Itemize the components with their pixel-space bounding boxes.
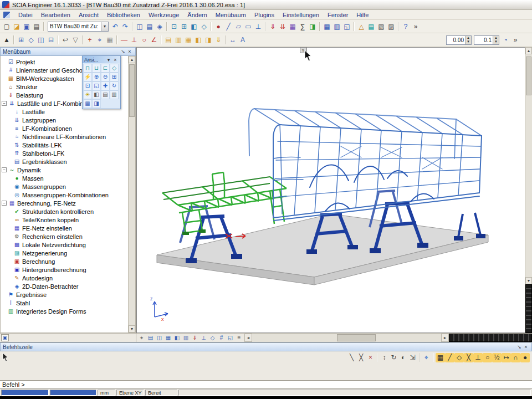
snap-endpoint-icon[interactable]: ╱ [445, 353, 454, 362]
viewport-vscroll-track[interactable] [525, 54, 532, 277]
rotate-icon[interactable]: ↻ [389, 353, 398, 362]
scroll-thumb[interactable] [129, 64, 135, 117]
view-side-icon[interactable]: ⊏ [101, 64, 110, 73]
load-panel-icon[interactable]: ◧ [193, 35, 203, 45]
scroll-up-icon[interactable]: ▲ [525, 47, 532, 54]
chevron-down-icon[interactable]: ▾ [101, 22, 108, 31]
table-input-icon[interactable]: ▦ [322, 22, 332, 32]
model-scene[interactable]: x z [136, 47, 525, 333]
tree-expander-icon[interactable]: − [2, 167, 7, 172]
menu-menuebaum[interactable]: Menübaum [216, 12, 246, 18]
zoom-all-icon[interactable]: ⊡ [83, 81, 92, 90]
point-load-icon[interactable]: ⇓ [268, 22, 278, 32]
zoom-window-icon[interactable]: ⊞ [179, 22, 189, 32]
menu-bearbeiten[interactable]: Bearbeiten [41, 12, 70, 18]
image-gallery-icon[interactable]: ◱ [342, 22, 352, 32]
menu-einstellungen[interactable]: Einstellungen [283, 12, 319, 18]
menu-werkzeuge[interactable]: Werkzeuge [149, 12, 179, 18]
tree-item-nichtlineare-lfk[interactable]: ≈ Nichtlineare LF-Kombinationen [1, 132, 128, 141]
select-window-icon[interactable]: ⊞ [16, 35, 26, 45]
snap-node-icon[interactable]: ● [520, 353, 530, 362]
tree-expander-icon[interactable]: − [2, 201, 7, 206]
perpendicular-icon[interactable]: ⊥ [129, 35, 139, 45]
tree-item-autodesign[interactable]: ✎ Autodesign [1, 274, 128, 282]
display-params-icon[interactable]: ≡ [235, 334, 243, 342]
tree-item-stahlbeton-lfk[interactable]: ⇈ Stahlbeton-LFK [1, 149, 128, 157]
tree-item-massen[interactable]: ● Massen [1, 174, 128, 182]
scroll-down-icon[interactable]: ▼ [129, 325, 135, 332]
rotate-view-icon[interactable]: ↻ [110, 81, 119, 90]
select-workplane-icon[interactable]: ◫ [36, 35, 46, 45]
view-axo-icon[interactable]: ◇ [110, 64, 119, 73]
render-icon[interactable]: ◧ [92, 90, 101, 99]
scroll-down-icon[interactable]: ▼ [525, 277, 532, 284]
palette-header[interactable]: Ansi... ▾ × [83, 56, 120, 63]
zoom-factor-icon[interactable]: ◔ [500, 35, 510, 45]
tree-item-strukturdaten[interactable]: ✔ Strukturdaten kontrollieren [1, 207, 128, 216]
print-icon[interactable]: ▤ [32, 22, 42, 32]
bim-toolbox-icon[interactable]: △ [356, 22, 366, 32]
snap-midpoint-icon[interactable]: ◇ [454, 353, 464, 362]
tree-item-lf-kombinationen[interactable]: ≡ LF-Kombinationen [1, 124, 128, 132]
select-polygon-icon[interactable]: ◇ [26, 35, 36, 45]
light-icon[interactable]: ☀ [83, 90, 92, 99]
model-display-icon[interactable]: ◇ [208, 334, 217, 342]
view-settings-icon[interactable]: ▦ [83, 99, 92, 108]
tree-scrollbar[interactable]: ▲ ▼ [128, 56, 135, 332]
tree-item-stabilitaets-lfk[interactable]: ⇅ Stabilitäts-LFK [1, 141, 128, 149]
combination-icon[interactable]: ▦ [183, 35, 193, 45]
pointer-mode-icon[interactable]: ▲ [2, 35, 12, 45]
layers-icon[interactable]: ▤ [145, 22, 155, 32]
quick-zoom-icon[interactable]: ⚡ [83, 73, 92, 81]
view-top-icon[interactable]: ⊓ [83, 64, 92, 73]
scale-field[interactable]: 0.00 ▲▼ [446, 35, 472, 45]
line-load-icon[interactable]: ⇊ [278, 22, 288, 32]
snap-arc-icon[interactable]: ∩ [511, 353, 520, 362]
supports-display-icon[interactable]: ⊥ [200, 334, 208, 342]
tree-item-ergebnisklassen[interactable]: ▤ Ergebnisklassen [1, 157, 128, 166]
mesh-icon[interactable]: ▦ [288, 22, 298, 32]
tree-item-dynamik[interactable]: − ∼ Dynamik [1, 166, 128, 174]
command-input[interactable]: Befehl > [0, 380, 532, 389]
scroll-up-icon[interactable]: ▲ [129, 56, 135, 63]
zoom-selection-icon[interactable]: ◱ [92, 81, 101, 90]
ucs-icon[interactable]: ⌖ [95, 35, 105, 45]
tree-item-massengruppen-komb[interactable]: ◎ Massengruppen-Kombinationen [1, 191, 128, 199]
volumes-icon[interactable]: ▦ [164, 334, 172, 342]
tree-expander-icon[interactable]: − [2, 101, 7, 106]
scroll-left-icon[interactable]: ◄ [244, 334, 252, 342]
text-label-icon[interactable]: A [238, 35, 248, 45]
clipboard-view-icon[interactable]: ▤ [101, 90, 110, 99]
deselect-icon[interactable]: ⊟ [46, 35, 56, 45]
tree-item-netzverdichtung[interactable]: ▩ Lokale Netzverdichtung [1, 241, 128, 249]
document-editor-icon[interactable]: ▥ [332, 22, 342, 32]
load-group-icon[interactable]: ▥ [173, 35, 183, 45]
snap-tangent-icon[interactable]: ○ [483, 353, 492, 362]
scroll-thumb[interactable] [526, 57, 531, 95]
close-icon[interactable]: × [112, 57, 119, 63]
calculation-icon[interactable]: ∑ [298, 22, 308, 32]
tree-item-fe-netz-einstellen[interactable]: ▦ FE-Netz einstellen [1, 224, 128, 232]
labels-icon[interactable]: ▥ [182, 334, 190, 342]
numbering-icon[interactable]: # [217, 334, 226, 342]
chevron-down-icon[interactable]: ▾ [105, 57, 112, 63]
coordinates-icon[interactable]: + [85, 35, 95, 45]
snap-length-icon[interactable]: ↦ [502, 353, 511, 362]
print-view-icon[interactable]: ▥ [110, 90, 119, 99]
tree-item-stahl[interactable]: I Stahl [1, 299, 128, 307]
dimension-icon[interactable]: ↔ [228, 35, 238, 45]
menu-ansicht[interactable]: Ansicht [79, 12, 99, 18]
previous-selection-icon[interactable]: ↩ [60, 35, 70, 45]
new-project-icon[interactable]: ▢ [2, 22, 12, 32]
save-icon[interactable]: ▣ [22, 22, 32, 32]
member-icon[interactable]: ╱ [223, 22, 233, 32]
move-icon[interactable]: ↕ [380, 353, 389, 362]
circle-icon[interactable]: ○ [139, 35, 149, 45]
view-front-icon[interactable]: ⊔ [92, 64, 101, 73]
tree-item-massengruppen[interactable]: ◉ Massengruppen [1, 182, 128, 191]
viewport-vscrollbar[interactable]: ▲ ▼ [525, 47, 532, 333]
tree-item-ergebnisse[interactable]: ⚑ Ergebnisse [1, 290, 128, 299]
snap-grid-icon[interactable]: ▦ [436, 353, 445, 362]
node-icon[interactable]: ● [213, 22, 223, 32]
undo-icon[interactable]: ↶ [110, 22, 120, 32]
